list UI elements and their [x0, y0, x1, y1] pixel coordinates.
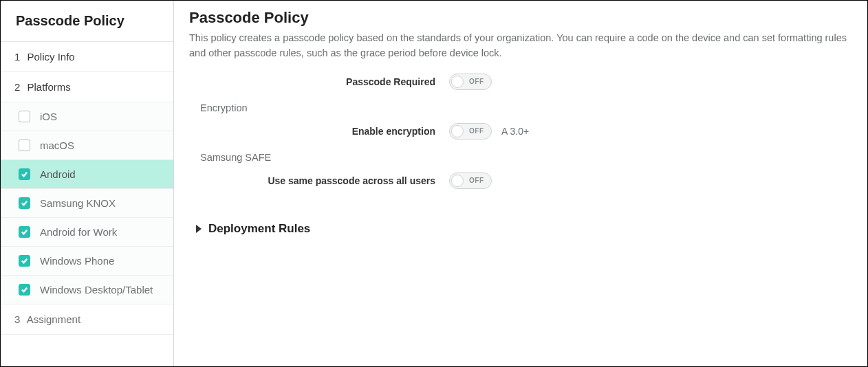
checkbox-checked-icon[interactable]: [19, 255, 30, 267]
label-same-passcode: Use same passcode across all users: [189, 175, 449, 186]
toggle-knob-icon: [451, 125, 464, 137]
platform-label: iOS: [40, 111, 57, 122]
nav-step-platforms[interactable]: 2 Platforms: [1, 72, 173, 102]
platform-label: Android for Work: [40, 226, 117, 238]
toggle-state: OFF: [469, 177, 484, 184]
checkbox-unchecked-icon[interactable]: [19, 140, 30, 151]
triangle-right-icon: [196, 225, 202, 233]
platform-label: Android: [40, 168, 76, 180]
checkbox-unchecked-icon[interactable]: [19, 111, 30, 122]
sidebar: Passcode Policy 1 Policy Info 2 Platform…: [1, 1, 174, 366]
label-enable-encryption: Enable encryption: [189, 126, 449, 137]
section-samsung-safe: Samsung SAFE: [200, 152, 852, 163]
nav-step-number: 2: [14, 81, 20, 93]
checkbox-checked-icon[interactable]: [19, 284, 30, 296]
main-panel: Passcode Policy This policy creates a pa…: [174, 1, 867, 366]
deployment-rules-title: Deployment Rules: [208, 222, 310, 236]
row-same-passcode: Use same passcode across all users OFF: [189, 173, 852, 189]
platform-label: macOS: [40, 140, 74, 151]
platform-item-windows-desktop-tablet[interactable]: Windows Desktop/Tablet: [1, 276, 173, 304]
checkbox-checked-icon[interactable]: [19, 226, 30, 238]
checkbox-checked-icon[interactable]: [19, 197, 30, 209]
platform-item-samsung-knox[interactable]: Samsung KNOX: [1, 189, 173, 218]
platform-item-macos[interactable]: macOS: [1, 131, 173, 160]
section-encryption: Encryption: [200, 102, 852, 113]
toggle-enable-encryption[interactable]: OFF: [449, 123, 492, 140]
nav-step-label: Policy Info: [28, 51, 75, 63]
toggle-state: OFF: [469, 127, 484, 135]
platform-item-ios[interactable]: iOS: [1, 102, 173, 131]
nav-step-assignment[interactable]: 3 Assignment: [1, 304, 173, 335]
platform-label: Windows Phone: [40, 255, 114, 267]
toggle-passcode-required[interactable]: OFF: [449, 74, 492, 90]
label-passcode-required: Passcode Required: [189, 76, 449, 87]
nav-step-policy-info[interactable]: 1 Policy Info: [1, 42, 173, 72]
platform-item-windows-phone[interactable]: Windows Phone: [1, 247, 173, 276]
nav-step-label: Platforms: [28, 81, 71, 93]
toggle-same-passcode[interactable]: OFF: [449, 173, 492, 189]
nav-step-number: 1: [14, 51, 20, 63]
toggle-knob-icon: [451, 175, 464, 187]
deployment-rules-toggle[interactable]: Deployment Rules: [189, 222, 852, 236]
platform-item-android-for-work[interactable]: Android for Work: [1, 218, 173, 247]
platform-label: Windows Desktop/Tablet: [40, 284, 153, 296]
row-enable-encryption: Enable encryption OFF A 3.0+: [189, 123, 852, 140]
page-title: Passcode Policy: [189, 9, 852, 27]
nav-step-label: Assignment: [27, 313, 80, 325]
platform-label: Samsung KNOX: [40, 197, 116, 209]
platform-item-android[interactable]: Android: [1, 160, 173, 189]
hint-enable-encryption: A 3.0+: [501, 126, 529, 137]
nav-step-number: 3: [14, 313, 20, 325]
toggle-knob-icon: [451, 76, 464, 88]
page-description: This policy creates a passcode policy ba…: [189, 31, 852, 61]
checkbox-checked-icon[interactable]: [19, 168, 30, 180]
sidebar-title: Passcode Policy: [1, 1, 173, 42]
row-passcode-required: Passcode Required OFF: [189, 74, 852, 90]
app-container: Passcode Policy 1 Policy Info 2 Platform…: [0, 0, 868, 367]
toggle-state: OFF: [469, 78, 484, 85]
